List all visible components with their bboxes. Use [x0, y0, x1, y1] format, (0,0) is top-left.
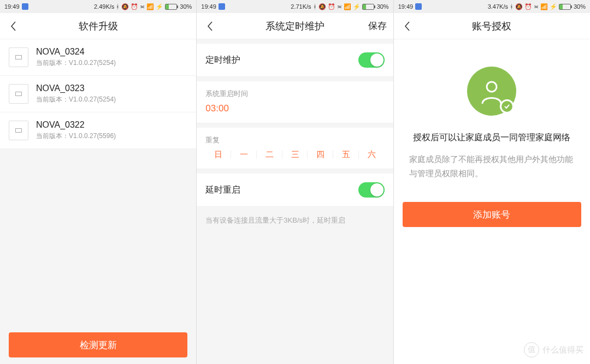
scheduled-maintenance-row: 定时维护 [197, 44, 393, 77]
weekday-sun[interactable]: 日 [205, 150, 231, 160]
battery-percent: 30% [377, 3, 389, 10]
alarm-icon: ⏰ [328, 3, 335, 10]
page-title: 软件升级 [79, 20, 118, 33]
status-bar: 19:49 2.71K/s ᚼ 🔕 ⏰ ≍ 📶 ⚡ 30% [197, 0, 393, 13]
signal-icon: 📶 [540, 3, 548, 10]
running-app-icon [22, 3, 28, 10]
device-icon [9, 47, 28, 67]
mute-icon: 🔕 [121, 3, 129, 10]
delayed-reboot-note: 当有设备连接且流量大于3KB/s时，延时重启 [197, 207, 393, 234]
device-list: NOVA_0324 当前版本：V1.0.0.27(5254) NOVA_0323… [0, 39, 196, 149]
reboot-time-section[interactable]: 系统重启时间 03:00 [197, 81, 393, 123]
battery-icon [362, 4, 375, 10]
mute-icon: 🔕 [318, 3, 326, 10]
check-update-button[interactable]: 检测更新 [9, 332, 187, 357]
device-item[interactable]: NOVA_0323 当前版本：V1.0.0.27(5254) [0, 76, 196, 112]
svg-point-0 [487, 82, 497, 92]
signal-icon: 📶 [344, 3, 351, 10]
device-item[interactable]: NOVA_0324 当前版本：V1.0.0.27(5254) [0, 39, 196, 76]
screen-software-upgrade: 19:49 2.49K/s ᚼ 🔕 ⏰ ≍ 📶 ⚡ 30% 软件升级 [0, 0, 196, 364]
battery-percent: 30% [180, 3, 192, 10]
weekday-tue[interactable]: 二 [257, 150, 282, 160]
scheduled-maintenance-label: 定时维护 [205, 55, 240, 66]
weekday-wed[interactable]: 三 [282, 150, 308, 160]
scheduled-maintenance-toggle[interactable] [358, 52, 385, 68]
save-button[interactable]: 保存 [368, 20, 387, 32]
back-button[interactable] [203, 20, 216, 33]
back-button[interactable] [7, 20, 20, 33]
weekday-sat[interactable]: 六 [359, 150, 385, 160]
status-time: 19:49 [398, 3, 414, 10]
delayed-reboot-label: 延时重启 [205, 184, 240, 196]
repeat-section: 重复 日 一 二 三 四 五 六 [197, 128, 393, 169]
mute-icon: 🔕 [515, 3, 523, 10]
battery-icon [165, 4, 178, 10]
reboot-time-label: 系统重启时间 [205, 89, 384, 99]
repeat-label: 重复 [205, 135, 384, 145]
auth-description-primary: 授权后可以让家庭成员一同管理家庭网络 [394, 132, 590, 144]
status-time: 19:49 [4, 3, 20, 10]
weekday-mon[interactable]: 一 [231, 150, 257, 160]
reboot-time-value: 03:00 [205, 103, 384, 114]
header: 软件升级 [0, 13, 196, 39]
device-version: 当前版本：V1.0.0.27(5254) [36, 95, 187, 104]
add-account-button[interactable]: 添加账号 [403, 202, 581, 227]
page-title: 账号授权 [472, 20, 511, 33]
wifi-icon: ≍ [140, 3, 145, 10]
header: 账号授权 [394, 13, 590, 39]
status-bar: 19:49 3.47K/s ᚼ 🔕 ⏰ ≍ 📶 ⚡ 30% [394, 0, 590, 13]
device-name: NOVA_0324 [36, 47, 187, 57]
charging-icon: ⚡ [353, 3, 361, 10]
device-icon [9, 84, 28, 104]
watermark-icon: 值 [524, 342, 539, 357]
bluetooth-icon: ᚼ [313, 3, 317, 10]
device-icon [9, 121, 28, 140]
network-speed: 3.47K/s [488, 3, 508, 10]
running-app-icon [415, 3, 422, 10]
status-time: 19:49 [201, 3, 216, 10]
status-bar: 19:49 2.49K/s ᚼ 🔕 ⏰ ≍ 📶 ⚡ 30% [0, 0, 196, 13]
auth-description-secondary: 家庭成员除了不能再授权其他用户外其他功能与管理员权限相同。 [394, 152, 590, 180]
watermark-text: 什么值得买 [542, 345, 583, 355]
bluetooth-icon: ᚼ [510, 3, 514, 10]
delayed-reboot-toggle[interactable] [358, 182, 385, 198]
device-name: NOVA_0323 [36, 83, 187, 93]
page-title: 系统定时维护 [266, 20, 324, 33]
alarm-icon: ⏰ [524, 3, 532, 10]
wifi-icon: ≍ [337, 3, 342, 10]
watermark: 值 什么值得买 [524, 342, 583, 357]
device-name: NOVA_0322 [36, 120, 187, 130]
signal-icon: 📶 [146, 3, 154, 10]
bluetooth-icon: ᚼ [116, 3, 120, 10]
charging-icon: ⚡ [550, 3, 557, 10]
charging-icon: ⚡ [156, 3, 163, 10]
device-item[interactable]: NOVA_0322 当前版本：V1.0.0.27(5596) [0, 112, 196, 149]
delayed-reboot-row: 延时重启 [197, 174, 393, 207]
battery-percent: 30% [574, 3, 586, 10]
network-speed: 2.49K/s [94, 3, 114, 10]
device-version: 当前版本：V1.0.0.27(5254) [36, 58, 187, 68]
weekday-thu[interactable]: 四 [308, 150, 333, 160]
alarm-icon: ⏰ [131, 3, 138, 10]
screen-scheduled-maintenance: 19:49 2.71K/s ᚼ 🔕 ⏰ ≍ 📶 ⚡ 30% 系统定时维护 保存 [197, 0, 393, 364]
network-speed: 2.71K/s [291, 3, 311, 10]
header: 系统定时维护 保存 [197, 13, 393, 39]
device-version: 当前版本：V1.0.0.27(5596) [36, 132, 187, 141]
weekday-fri[interactable]: 五 [333, 150, 359, 160]
battery-icon [559, 4, 572, 10]
check-badge-icon [500, 99, 514, 114]
authorization-icon [467, 67, 516, 116]
running-app-icon [219, 3, 225, 10]
screen-account-authorization: 19:49 3.47K/s ᚼ 🔕 ⏰ ≍ 📶 ⚡ 30% 账号授权 [394, 0, 590, 364]
wifi-icon: ≍ [534, 3, 539, 10]
back-button[interactable] [400, 20, 414, 33]
